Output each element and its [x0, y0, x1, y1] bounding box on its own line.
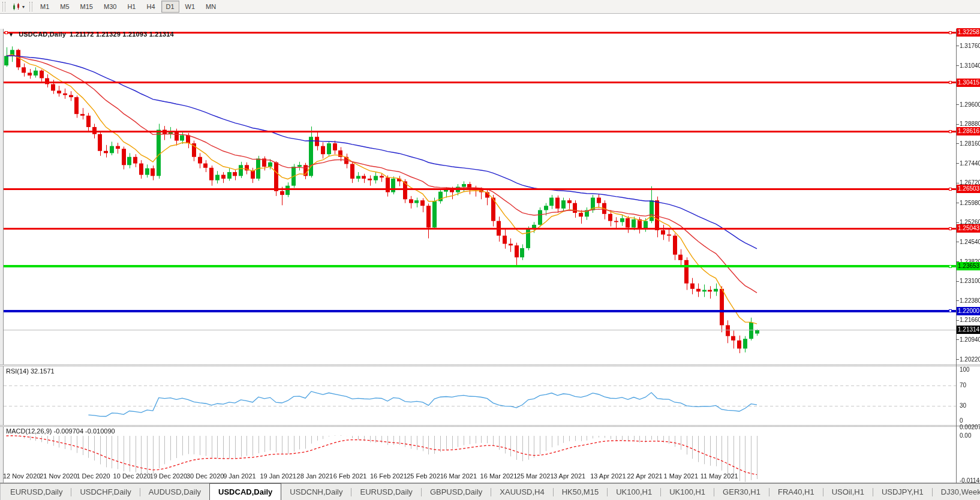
chart-tab-usdchf-daily[interactable]: USDCHF,Daily [71, 484, 139, 500]
chart-title: ▼ USDCAD,Daily 1.21172 1.21329 1.21093 1… [8, 31, 174, 38]
axis-tick [956, 203, 959, 203]
chart-tab-usdcnh-daily[interactable]: USDCNH,Daily [281, 484, 351, 500]
chart-tab-uk100-h1[interactable]: UK100,H1 [661, 484, 714, 500]
current-price-chip: 1.21314 [957, 326, 980, 334]
axis-tick [956, 359, 959, 360]
chart-tab-dj30-weekly[interactable]: DJ30,Weekly [933, 484, 980, 500]
rsi-tick-label: 100 [960, 366, 970, 373]
price-tick-label: 1.25980 [960, 200, 980, 206]
chart-tab-bar: EURUSD,DailyUSDCHF,DailyAUDUSD,DailyUSDC… [0, 483, 980, 500]
rsi-tick-label: 0 [960, 417, 963, 424]
date-tick-label: 25 Feb 2021 [407, 472, 444, 480]
line-handle[interactable] [949, 81, 952, 84]
axis-tick [956, 183, 959, 183]
pane-separator[interactable] [0, 425, 980, 427]
toolbar-grip[interactable] [2, 2, 5, 11]
date-tick-label: 10 Dec 2020 [113, 472, 151, 480]
axis-tick [956, 242, 959, 242]
axis-tick [956, 163, 959, 164]
resistance-line[interactable] [4, 82, 956, 83]
resistance-line[interactable] [4, 228, 956, 230]
price-tick-label: 1.22380 [960, 297, 980, 304]
date-tick-label: 25 Mar 2021 [517, 472, 554, 480]
bid-price-line [4, 330, 956, 330]
axis-tick [956, 124, 959, 125]
chart-tab-fra40-h1[interactable]: FRA40,H1 [769, 484, 823, 500]
ohlc-quote: 1.21172 1.21329 1.21093 1.21314 [70, 31, 174, 38]
level-price-chip: 1.26503 [957, 185, 980, 193]
date-tick-label: 6 Mar 2021 [443, 472, 477, 480]
candlestick-chart-icon [13, 3, 21, 11]
chart-tab-usdjpy-h1[interactable]: USDJPY,H1 [873, 484, 932, 500]
line-handle[interactable] [949, 188, 952, 191]
date-tick-label: 16 Feb 2021 [370, 472, 407, 480]
timeframe-button-mn[interactable]: MN [201, 1, 221, 13]
chart-tab-audusd-daily[interactable]: AUDUSD,Daily [140, 484, 209, 500]
macd-tick-label: -0.01146 [960, 477, 980, 484]
line-handle[interactable] [949, 130, 952, 133]
line-handle[interactable] [5, 31, 8, 34]
date-tick-label: 22 Apr 2021 [627, 472, 662, 480]
level-price-chip: 1.30415 [957, 79, 980, 87]
price-tick-label: 1.24540 [960, 239, 980, 245]
level-price-chip: 1.25043 [957, 224, 980, 233]
date-tick-label: 12 Nov 2020 [3, 472, 40, 480]
date-tick-label: 3 Apr 2021 [554, 472, 585, 480]
level-price-chip: 1.23653 [957, 262, 980, 270]
line-handle[interactable] [949, 309, 952, 312]
axis-tick [956, 143, 959, 144]
chart-tabs: EURUSD,DailyUSDCHF,DailyAUDUSD,DailyUSDC… [2, 484, 980, 500]
symbol-dropdown-icon[interactable]: ▼ [8, 32, 14, 38]
timeframe-button-m30[interactable]: M30 [99, 1, 121, 13]
chart-tab-gbpusd-daily[interactable]: GBPUSD,Daily [422, 484, 491, 500]
chart-tab-ger30-h1[interactable]: GER30,H1 [714, 484, 769, 500]
resistance-line[interactable] [4, 131, 956, 132]
chart-tab-xauusd-h4[interactable]: XAUUSD,H4 [491, 484, 552, 500]
chart-tab-eurusd-daily[interactable]: EURUSD,Daily [2, 484, 71, 500]
price-tick-label: 1.27440 [960, 160, 980, 167]
date-tick-label: 13 Apr 2021 [590, 472, 626, 480]
macd-indicator-label: MACD(12,26,9) -0.009704 -0.010090 [6, 427, 115, 435]
chart-tab-eurusd-daily[interactable]: EURUSD,Daily [351, 484, 420, 500]
timeframe-button-m5[interactable]: M5 [55, 1, 74, 13]
support-line-green[interactable] [4, 265, 956, 267]
timeframe-button-m15[interactable]: M15 [76, 1, 98, 13]
macd-tick-label: 0.00 [960, 432, 971, 439]
timeframe-button-h4[interactable]: H4 [142, 1, 160, 13]
chevron-down-icon: ▾ [22, 4, 25, 10]
timeframe-button-w1[interactable]: W1 [181, 1, 200, 13]
resistance-line[interactable] [4, 188, 956, 190]
line-handle[interactable] [949, 31, 952, 34]
chart-tab-uk100-h1[interactable]: UK100,H1 [608, 484, 660, 500]
level-price-chip: 1.32258 [957, 28, 980, 37]
date-tick-label: 28 Jan 2021 [297, 472, 333, 480]
axis-tick [956, 320, 959, 321]
timeframe-button-h1[interactable]: H1 [122, 1, 140, 13]
price-tick-label: 1.21660 [960, 317, 980, 323]
date-axis: 12 Nov 202021 Nov 20201 Dec 202010 Dec 2… [0, 469, 980, 483]
timeframe-button-d1[interactable]: D1 [161, 1, 179, 13]
pane-separator[interactable] [0, 365, 980, 366]
date-tick-label: 9 Jan 2021 [223, 472, 255, 480]
chart-tab-usoil-h1[interactable]: USOil,H1 [823, 484, 873, 500]
timeframe-button-m1[interactable]: M1 [35, 1, 54, 13]
axis-border [956, 29, 957, 483]
chart-workspace: ▼ USDCAD,Daily 1.21172 1.21329 1.21093 1… [0, 14, 980, 483]
macd-tick-label: 0.00207 [960, 424, 980, 430]
axis-tick [956, 46, 959, 46]
support-line-blue[interactable] [4, 310, 956, 312]
line-handle[interactable] [949, 265, 952, 268]
price-tick-label: 1.23100 [960, 278, 980, 284]
chart-type-button[interactable]: ▾ [10, 2, 27, 12]
date-tick-label: 19 Jan 2021 [260, 472, 296, 480]
chart-symbol: USDCAD,Daily [19, 31, 66, 38]
toolbar-grip[interactable] [29, 2, 32, 11]
chart-tab-hk50-m15[interactable]: HK50,M15 [554, 484, 607, 500]
date-tick-label: 6 Feb 2021 [333, 472, 367, 480]
date-tick-label: 1 Dec 2020 [76, 472, 110, 480]
line-handle[interactable] [949, 227, 952, 230]
price-chart-canvas[interactable] [4, 29, 956, 486]
level-price-chip: 1.22000 [957, 307, 980, 315]
chart-tab-usdcad-daily[interactable]: USDCAD,Daily [209, 483, 281, 500]
rsi-tick-label: 30 [960, 402, 966, 409]
